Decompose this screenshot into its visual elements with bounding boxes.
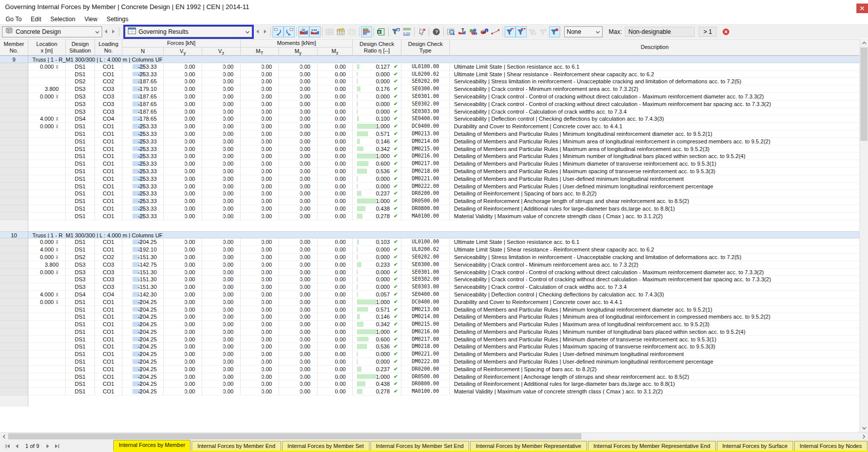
tab-internal-forces-by-nodes[interactable]: Internal Forces by Nodes	[794, 441, 867, 450]
filter-plus-icon[interactable]	[549, 26, 560, 37]
menu-item-edit[interactable]: Edit	[26, 15, 46, 24]
menu-item-settings[interactable]: Settings	[102, 15, 133, 24]
col-header-loading[interactable]: LoadingNo.	[95, 39, 122, 55]
table-row[interactable]: DS1CO1-204.250.000.000.000.000.000.146✔D…	[0, 313, 859, 321]
table-row[interactable]: 0.000⊼DS1CO1-253.330.000.000.000.000.000…	[0, 63, 859, 71]
table-row[interactable]: DS1CO1-204.250.000.000.000.000.000.571✔D…	[0, 306, 859, 314]
filter-i-icon[interactable]: I	[538, 26, 549, 37]
help-icon[interactable]: ?	[431, 26, 442, 37]
table-row[interactable]: DS3CO3-187.650.000.000.000.000.000.000✔S…	[0, 108, 859, 116]
tab-internal-forces-by-member-end[interactable]: Internal Forces by Member End	[192, 441, 281, 450]
decimal-places-icon[interactable]: 0,00	[401, 26, 413, 37]
design-case-combo[interactable]: Concrete Design	[2, 26, 102, 37]
result-diagram-icon[interactable]	[298, 26, 309, 37]
first-page-button[interactable]	[3, 441, 12, 450]
table-row[interactable]: DS1CO1-253.330.000.000.000.000.000.536✔D…	[0, 168, 859, 175]
deselect-pointer-icon[interactable]	[416, 26, 427, 37]
col-header-vz[interactable]: Vz	[202, 47, 241, 56]
table-plain-icon[interactable]	[324, 26, 335, 37]
table-row[interactable]: DS1CO1-253.330.000.000.000.000.000.237✔D…	[0, 190, 859, 197]
tab-internal-forces-by-member-set-end[interactable]: Internal Forces by Member Set End	[371, 441, 470, 450]
table-row[interactable]: DS1CO1-204.250.000.000.000.000.001.000✔D…	[0, 328, 859, 336]
table-row[interactable]: DS2CO2-187.650.000.000.000.000.000.000✔S…	[0, 78, 859, 85]
vertical-scrollbar[interactable]	[859, 39, 868, 432]
next-page-button[interactable]	[43, 441, 53, 450]
table-row[interactable]: DS1CO1-204.250.000.000.000.000.000.278✔M…	[0, 388, 859, 395]
col-header-n[interactable]: N	[122, 47, 164, 56]
scroll-left-icon[interactable]	[0, 433, 8, 440]
table-edit-icon[interactable]	[335, 26, 346, 37]
table-row[interactable]: DS1CO1-253.330.000.000.000.000.000.600✔D…	[0, 160, 859, 168]
filter-window-icon[interactable]	[390, 26, 401, 37]
filter-line-icon[interactable]	[505, 26, 516, 37]
table-row[interactable]: DS1CO1-204.250.000.000.000.000.001.000✔D…	[0, 373, 859, 381]
show-values-icon[interactable]: x.xx	[309, 26, 321, 37]
table-row[interactable]: DS3CO3-151.300.000.000.000.000.000.000✔S…	[0, 276, 859, 283]
col-header-design-check-ratio[interactable]: Design CheckRatio η [--]	[353, 39, 401, 55]
tab-internal-forces-by-surface[interactable]: Internal Forces by Surface	[717, 441, 793, 450]
col-header-design-situation[interactable]: DesignSituation	[66, 39, 95, 55]
excel-export-icon[interactable]: X	[376, 26, 387, 37]
table-row[interactable]: DS3CO3-187.650.000.000.000.000.000.000✔S…	[0, 101, 859, 108]
find-in-table-icon[interactable]	[445, 26, 456, 37]
info-object-icon[interactable]: i	[479, 26, 490, 37]
last-page-button[interactable]	[53, 441, 62, 450]
col-header-member[interactable]: MemberNo.	[0, 39, 28, 55]
smoothing-combo[interactable]: None	[564, 26, 603, 37]
scroll-down-icon[interactable]	[860, 424, 868, 432]
jump-previous-icon[interactable]	[272, 26, 284, 37]
col-header-mz[interactable]: Mz	[317, 47, 353, 56]
table-row[interactable]: 4.000⊼DS1CO1-192.100.000.000.000.000.000…	[0, 246, 859, 254]
menu-item-view[interactable]: View	[80, 15, 102, 24]
table-row[interactable]: 0.000⊼DS2CO2-151.300.000.000.000.000.000…	[0, 254, 859, 261]
jump-next-icon[interactable]	[284, 26, 295, 37]
member-group-row[interactable]: 9Truss | 1 - R_M1 300/300 | L : 4.000 m …	[0, 56, 859, 63]
colored-spheres-icon[interactable]: i	[468, 26, 479, 37]
max-value-field[interactable]: Non-designable	[625, 27, 695, 37]
col-header-mt[interactable]: MT	[241, 47, 279, 56]
col-header-design-check-type[interactable]: Design CheckType	[401, 39, 450, 55]
table-row[interactable]: 3.800DS3CO3-179.100.000.000.000.000.000.…	[0, 85, 859, 93]
col-header-location[interactable]: Locationx [m]	[28, 39, 66, 55]
previous-case-button[interactable]	[102, 26, 110, 37]
table-row[interactable]: DS1CO1-204.250.000.000.000.000.000.438✔D…	[0, 380, 859, 388]
vertical-scroll-thumb[interactable]	[860, 47, 867, 141]
member-group-row[interactable]: 10Truss | 1 - R_M1 300/300 | L : 4.000 m…	[0, 231, 859, 239]
table-row[interactable]: DS1CO1-253.330.000.000.000.000.000.278✔M…	[0, 213, 859, 220]
table-row[interactable]: 4.000⊼DS4CO4-178.650.000.000.000.000.000…	[0, 115, 859, 123]
results-type-combo[interactable]: Governing Results	[125, 26, 252, 37]
table-row[interactable]: DS1CO1-204.250.000.000.000.000.000.600✔D…	[0, 336, 859, 343]
horizontal-scroll-thumb[interactable]	[8, 433, 581, 439]
col-header-description[interactable]: Description	[450, 39, 859, 55]
table-row[interactable]: DS3CO3-151.300.000.000.000.000.000.000✔S…	[0, 283, 859, 291]
threshold-button[interactable]: > 1	[699, 27, 717, 37]
filter-drop-icon[interactable]	[527, 26, 538, 37]
table-row[interactable]: DS1CO1-204.250.000.000.000.000.000.536✔D…	[0, 343, 859, 350]
table-row[interactable]: DS1CO1-253.330.000.000.000.000.000.000✔D…	[0, 175, 859, 183]
tab-internal-forces-by-member-set[interactable]: Internal Forces by Member Set	[282, 441, 370, 450]
clear-filter-button[interactable]	[721, 27, 730, 36]
sort-slope-icon[interactable]	[456, 26, 468, 37]
filter-dots-icon[interactable]	[516, 26, 527, 37]
col-header-my[interactable]: My	[279, 47, 317, 56]
next-case-button[interactable]	[110, 26, 117, 37]
col-header-vy[interactable]: Vy	[164, 47, 202, 56]
table-row[interactable]: 0.000⊼DS3CO3-187.650.000.000.000.000.000…	[0, 93, 859, 101]
menu-item-go-to[interactable]: Go To	[1, 15, 26, 24]
table-row[interactable]: 4.000⊼DS4CO4-142.300.000.000.000.000.000…	[0, 291, 859, 298]
close-button[interactable]	[856, 4, 868, 13]
table-row[interactable]: DS1CO1-204.250.000.000.000.000.000.237✔D…	[0, 366, 859, 373]
horizontal-scrollbar[interactable]	[0, 432, 868, 440]
table-row[interactable]: DS1CO1-204.250.000.000.000.000.000.342✔D…	[0, 321, 859, 328]
table-row[interactable]: DS1CO1-204.250.000.000.000.000.000.000✔D…	[0, 350, 859, 358]
table-row[interactable]: DS1CO1-253.330.000.000.000.000.000.342✔D…	[0, 145, 859, 153]
result-bars-icon[interactable]	[361, 26, 372, 37]
table-gray-icon[interactable]	[346, 26, 357, 37]
tab-internal-forces-by-member-representative[interactable]: Internal Forces by Member Representative	[470, 441, 586, 450]
table-row[interactable]: DS1CO1-253.330.000.000.000.000.000.146✔D…	[0, 138, 859, 145]
table-row[interactable]: 0.000⊼DS3CO3-151.300.000.000.000.000.000…	[0, 269, 859, 276]
table-row[interactable]: DS1CO1-253.330.000.000.000.000.001.000✔D…	[0, 153, 859, 160]
table-row[interactable]: DS1CO1-204.250.000.000.000.000.000.000✔D…	[0, 358, 859, 366]
tab-internal-forces-by-member-representative-end[interactable]: Internal Forces by Member Representative…	[588, 441, 716, 450]
tab-internal-forces-by-member[interactable]: Internal Forces by Member	[113, 440, 191, 450]
